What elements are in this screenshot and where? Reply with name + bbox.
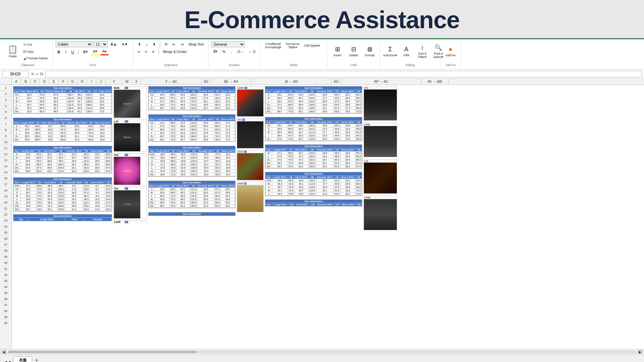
cell-styles-button[interactable]: Cell Styles▾ xyxy=(302,43,322,48)
right-title-1: Size Information xyxy=(265,86,362,89)
row-14: 14 xyxy=(0,163,11,169)
r2-chest-cm: CM xyxy=(308,121,316,124)
table-row: 2XL29.976.051.2130.020.953.010.627.0 xyxy=(14,204,112,208)
col-sleeve-cm-3: CM xyxy=(105,149,112,153)
r4-size: Size xyxy=(266,176,272,179)
product-3-container: TK2 3 Jacket xyxy=(113,153,147,185)
decrease-decimal-button[interactable]: ←.0 xyxy=(247,49,257,55)
c3-length-inch: Length INCH xyxy=(155,149,170,153)
col-shoulder-cm-3: CM xyxy=(83,149,90,153)
center-data-table-1: Size Length INCH CM Chest INCH CM Should… xyxy=(149,89,235,110)
c1-shoulder-inch: Shoulder INCH xyxy=(197,90,214,93)
sum-button[interactable]: Σ AutoSum▾ xyxy=(383,41,397,61)
scroll-sheets-right-button[interactable]: ▶ xyxy=(8,360,13,362)
right-p8-num: 8 xyxy=(244,182,247,185)
scroll-left-button[interactable]: ◀ xyxy=(1,350,6,354)
horizontal-scrollbar[interactable]: ◀ ▶ xyxy=(0,349,644,354)
sort-filter-button[interactable]: ↕ Sort &Filter▾ xyxy=(415,41,430,61)
number-format-select[interactable]: General xyxy=(211,41,245,47)
col-W: W xyxy=(122,79,132,84)
center-data-table-4: Size Length INCH CM Chest INCH CM Should… xyxy=(149,184,235,208)
col-shoulder-inch-4: Shoulder INCH xyxy=(65,181,83,184)
wrap-text-button[interactable]: Wrap Text xyxy=(186,42,206,47)
right-p6-num: 6 xyxy=(242,119,245,121)
font-name-select[interactable]: Calibri xyxy=(56,41,93,47)
sheet-tab-clothes[interactable]: 衣服 xyxy=(13,356,32,362)
col-size-4: Size xyxy=(14,181,20,184)
product-2-img-label: Pants xyxy=(124,136,130,139)
center-gap-3 xyxy=(148,177,235,180)
paste-button[interactable]: 📋 Paste xyxy=(5,41,20,61)
insert-function-icon[interactable]: fx xyxy=(40,72,43,76)
r1-sleeve-cm: CM xyxy=(355,90,362,93)
col-AV-AW: AV → AW xyxy=(422,79,448,84)
row-numbers: 1 2 3 4 5 6 7 8 9 10 11 12 13 14 15 16 1… xyxy=(0,85,12,349)
r5p-shoulder-cm: CM xyxy=(334,203,340,206)
underline-button[interactable]: U xyxy=(69,49,76,55)
percent-button[interactable]: % xyxy=(220,49,228,55)
insert-button[interactable]: ⊞ Insert xyxy=(330,41,345,61)
table-row: L26.467.048.0122.018.547.026.467.0 xyxy=(266,100,362,103)
cell-reference-input[interactable] xyxy=(2,71,29,77)
table-row: L27.670.052.8134.020.552.023.660.0 xyxy=(149,166,236,170)
product-2-image: Pants xyxy=(114,123,141,152)
indent-decrease-button[interactable]: ⇤ xyxy=(170,41,177,48)
currency-button[interactable]: $▾ xyxy=(211,48,219,55)
grid-content[interactable]: Size Information Size Plain Waist INCH C… xyxy=(12,85,644,349)
far-right-p2-id: CA20 xyxy=(364,123,397,126)
size-data-table-3: Size Length INCH CM Chest INCH CM Should… xyxy=(13,149,112,173)
copy-button[interactable]: ⎘ Copy xyxy=(21,49,50,55)
fill-color-button[interactable]: A▾ xyxy=(91,48,99,55)
right-title-4: Size Information xyxy=(265,172,362,175)
center-size-table-1: Size Information Size Length INCH CM Che… xyxy=(148,86,235,110)
cancel-formula-icon[interactable]: ✕ xyxy=(31,72,34,76)
product-4-num: 4 xyxy=(125,187,128,190)
font-color-button[interactable]: A▾ xyxy=(100,48,109,55)
addins-button[interactable]: ● Add-ins xyxy=(443,41,458,61)
align-middle-button[interactable]: ↕ xyxy=(144,42,150,48)
product-2-id: LJK xyxy=(114,120,124,123)
format-painter-button[interactable]: 🖌 Format Painter xyxy=(21,55,50,61)
product-3-num: 3 xyxy=(125,154,128,156)
format-as-table-button[interactable]: Format asTable▾ xyxy=(284,41,302,50)
table-row: M24.863.037.094.015.740.024.462.0 xyxy=(14,156,112,160)
borders-button[interactable]: ⊞▾ xyxy=(81,49,90,55)
h-scroll-thumb[interactable] xyxy=(8,351,196,353)
italic-button[interactable]: I xyxy=(63,49,68,55)
indent-increase-button[interactable]: ⇥ xyxy=(178,41,185,48)
merge-center-button[interactable]: Merge & Center xyxy=(161,49,189,55)
right-data-table-4: Size Length INCH CM Chest INCH CM Should… xyxy=(265,175,362,196)
formula-input[interactable] xyxy=(45,71,642,77)
comma-button[interactable]: , xyxy=(229,49,234,55)
editing-group: Σ AutoSum▾ A Fill▾ ↕ Sort &Filter▾ 🔍 Fin… xyxy=(380,41,440,67)
right-p6-id: T91 xyxy=(237,119,241,121)
align-center-button[interactable]: ≡ xyxy=(143,49,149,55)
c1-chest-cm: CM xyxy=(190,90,197,93)
r3-length-inch: Length INCH xyxy=(272,148,287,152)
increase-font-button[interactable]: A▲ xyxy=(109,41,119,47)
align-top-button[interactable]: ⬆ xyxy=(136,41,143,48)
increase-decimal-button[interactable]: .0→ xyxy=(235,49,246,55)
delete-button[interactable]: ⊟ Delete xyxy=(346,41,361,61)
align-right-button[interactable]: ≡ xyxy=(150,49,156,55)
text-direction-button[interactable]: ⟲ xyxy=(162,41,169,48)
confirm-formula-icon[interactable]: ✓ xyxy=(36,72,39,76)
font-size-select[interactable]: 11 xyxy=(94,41,108,47)
fill-button[interactable]: A Fill▾ xyxy=(399,41,414,61)
row-28: 28 xyxy=(0,248,11,254)
conditional-formatting-button[interactable]: ConditionalFormatting▾ xyxy=(263,41,283,50)
scroll-sheets-left-button[interactable]: ◀ xyxy=(3,360,8,362)
align-bottom-button[interactable]: ⬇ xyxy=(151,41,158,48)
align-left-button[interactable]: ≡ xyxy=(136,49,142,55)
bold-button[interactable]: B xyxy=(56,49,62,55)
product-2-num: 2 xyxy=(125,120,128,123)
h-scroll-track[interactable] xyxy=(8,351,636,353)
size-table-5-partial: Size Information Size Length INCH Chest … xyxy=(13,214,112,221)
cut-button[interactable]: ✂ Cut xyxy=(21,42,50,48)
scroll-right-button[interactable]: ▶ xyxy=(638,350,643,354)
format-button[interactable]: ⊠ Format xyxy=(362,41,377,61)
decrease-font-button[interactable]: A▼ xyxy=(120,41,130,47)
right-size-table-3: Size Information Size Length INCH CM Che… xyxy=(265,144,362,169)
c2-length-inch: Length INCH xyxy=(155,118,170,121)
add-sheet-button[interactable]: + xyxy=(33,356,41,362)
